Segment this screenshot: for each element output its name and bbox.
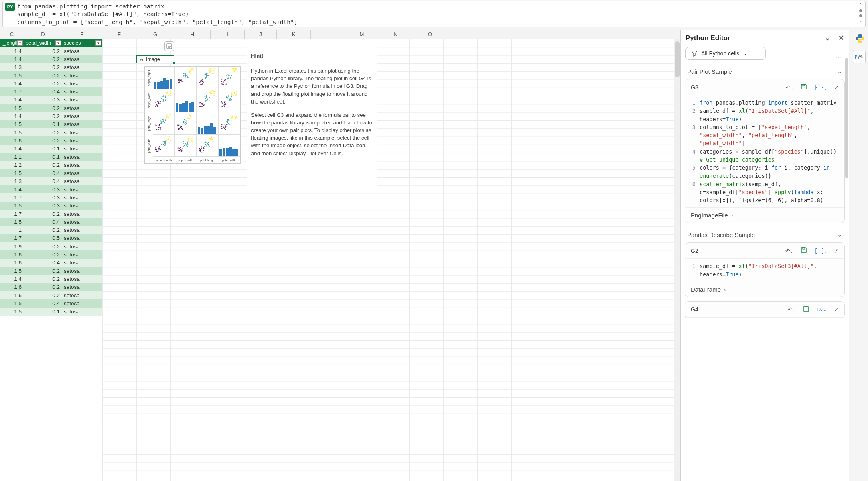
col-head-l[interactable]: L [311,30,345,39]
cell-species[interactable]: setosa [62,299,102,307]
undo-icon[interactable]: ↶⌄ [788,306,796,313]
cell-petal-width[interactable]: 0.1 [24,308,62,316]
cell-petal-width[interactable]: 0.2 [24,210,62,218]
col-head-i[interactable]: I [211,30,245,39]
col-head-m[interactable]: M [345,30,379,39]
filter-caret-icon[interactable]: ▾ [17,40,23,46]
table-row[interactable]: 1.70.3setosa [0,193,102,201]
table-row[interactable]: 1.50.1setosa [0,308,102,316]
table-row[interactable]: 1.50.1setosa [0,120,102,128]
code-block-g2[interactable]: 1sample_df = xl("IrisDataSet3[#All]", he… [685,259,844,282]
formula-collapse-up-icon[interactable]: ⌃ [857,3,864,8]
cell-petal-length[interactable]: 1.6 [0,136,24,144]
table-row[interactable]: 1.50.2setosa [0,128,102,136]
table-row[interactable]: 1.60.4setosa [0,259,102,267]
table-row[interactable]: 1.10.1setosa [0,153,102,161]
filter-caret-icon[interactable]: ▾ [95,40,101,46]
cell-species[interactable]: setosa [62,112,102,120]
output-type-num-icon[interactable]: 123⌄ [817,307,827,312]
save-icon[interactable] [803,306,809,313]
cell-species[interactable]: setosa [62,291,102,299]
cell-petal-width[interactable]: 0.2 [24,226,62,234]
table-row[interactable]: 1.40.2setosa [0,55,102,63]
cell-petal-length[interactable]: 1.7 [0,193,24,201]
panel-scrollbar[interactable] [845,58,849,481]
panel-collapse-icon[interactable]: ⌄ [825,34,830,42]
cell-species[interactable]: setosa [62,226,102,234]
cell-petal-length[interactable]: 1.2 [0,161,24,169]
col-head-g[interactable]: G [136,30,174,39]
cell-petal-width[interactable]: 0.3 [24,185,62,193]
cell-petal-length[interactable]: 1.4 [0,185,24,193]
table-row[interactable]: 10.2setosa [0,226,102,234]
formula-text[interactable]: from pandas.plotting import scatter_matr… [17,1,865,26]
cell-species[interactable]: setosa [62,250,102,258]
cell-species[interactable]: setosa [62,161,102,169]
vertical-scrollbar[interactable] [674,39,680,481]
cell-species[interactable]: setosa [62,177,102,185]
cell-petal-width[interactable]: 0.2 [24,250,62,258]
cell-petal-width[interactable]: 0.5 [24,234,62,242]
cell-petal-length[interactable]: 1.4 [0,55,24,63]
cell-petal-width[interactable]: 0.2 [24,128,62,136]
col-head-o[interactable]: O [413,30,447,39]
scroll-thumb[interactable] [675,41,680,77]
cell-petal-length[interactable]: 1 [0,226,24,234]
cell-petal-length[interactable]: 1.3 [0,177,24,185]
section-pair-plot[interactable]: Pair Plot Sample ⌄ [681,64,849,79]
cell-petal-length[interactable]: 1.1 [0,153,24,161]
python-edit-button[interactable]: PY✎ [853,51,866,63]
cell-species[interactable]: setosa [62,96,102,104]
col-head-f[interactable]: F [102,30,136,39]
filter-caret-icon[interactable]: ▾ [55,40,61,46]
table-row[interactable]: 1.40.1setosa [0,145,102,153]
cell-petal-width[interactable]: 0.3 [24,96,62,104]
cell-petal-length[interactable]: 1.5 [0,202,24,210]
cell-species[interactable]: setosa [62,71,102,79]
cell-petal-width[interactable]: 0.4 [24,259,62,267]
cell-species[interactable]: setosa [62,267,102,275]
table-row[interactable]: 1.50.2setosa [0,267,102,275]
cell-petal-length[interactable]: 1.5 [0,120,24,128]
cell-petal-length[interactable]: 1.5 [0,104,24,112]
cell-petal-width[interactable]: 0.2 [24,242,62,250]
table-row[interactable]: 1.40.3setosa [0,96,102,104]
cell-petal-length[interactable]: 1.6 [0,250,24,258]
cell-species[interactable]: setosa [62,185,102,193]
cell-species[interactable]: setosa [62,218,102,226]
cell-petal-length[interactable]: 1.7 [0,234,24,242]
cell-petal-width[interactable]: 0.2 [24,71,62,79]
save-icon[interactable] [801,83,807,91]
undo-icon[interactable]: ↶⌄ [785,84,793,91]
col-head-h[interactable]: H [174,30,211,39]
cell-petal-length[interactable]: 1.7 [0,87,24,95]
cell-petal-width[interactable]: 0.2 [24,275,62,283]
cell-petal-width[interactable]: 0.4 [24,299,62,307]
cell-species[interactable]: setosa [62,47,102,55]
cell-petal-length[interactable]: 1.5 [0,299,24,307]
cell-petal-length[interactable]: 1.4 [0,47,24,55]
data-table[interactable]: 1.40.2setosa1.40.2setosa1.30.2setosa1.50… [0,47,102,316]
cell-species[interactable]: setosa [62,153,102,161]
table-row[interactable]: 1.60.2setosa [0,283,102,291]
cell-species[interactable]: setosa [62,145,102,153]
cell-petal-width[interactable]: 0.4 [24,169,62,177]
code-block-g3[interactable]: 1from pandas.plotting import scatter_mat… [685,95,844,207]
cell-petal-width[interactable]: 0.2 [24,161,62,169]
table-row[interactable]: 1.40.2setosa [0,47,102,55]
cell-petal-length[interactable]: 1.5 [0,218,24,226]
table-row[interactable]: 1.40.3setosa [0,185,102,193]
cell-petal-width[interactable]: 0.2 [24,267,62,275]
col-header-petal-width[interactable]: petal_width▾ [24,39,62,47]
cell-petal-length[interactable]: 1.5 [0,71,24,79]
cell-petal-length[interactable]: 1.9 [0,242,24,250]
cell-petal-length[interactable]: 1.6 [0,291,24,299]
cell-petal-width[interactable]: 0.4 [24,87,62,95]
table-row[interactable]: 1.70.5setosa [0,234,102,242]
cell-species[interactable]: setosa [62,128,102,136]
cell-species[interactable]: setosa [62,193,102,201]
scroll-thumb[interactable] [845,58,848,178]
cell-petal-length[interactable]: 1.5 [0,267,24,275]
cell-petal-width[interactable]: 0.2 [24,283,62,291]
worksheet[interactable]: CDEFGHIJKLMNO l_length▾ petal_width▾ spe… [0,30,680,481]
